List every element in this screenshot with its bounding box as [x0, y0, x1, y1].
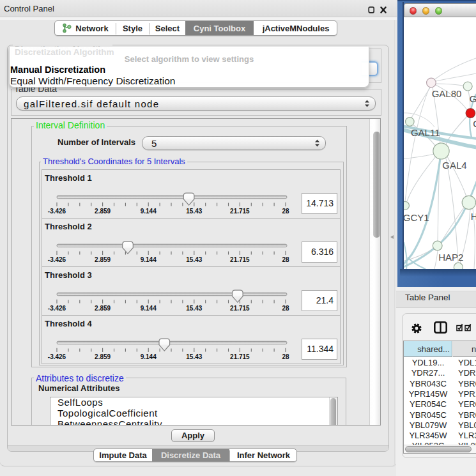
svg-text:GAL4: GAL4	[442, 160, 466, 171]
svg-text:-3.426: -3.426	[48, 353, 66, 360]
svg-text:2.859: 2.859	[95, 305, 111, 312]
svg-text:GAL11: GAL11	[411, 127, 440, 138]
svg-text:C...: C...	[473, 118, 476, 129]
svg-text:21.715: 21.715	[230, 353, 250, 360]
svg-text:2.859: 2.859	[95, 256, 111, 263]
svg-text:28: 28	[282, 256, 289, 263]
svg-text:15.43: 15.43	[186, 305, 202, 312]
svg-text:GAL80: GAL80	[432, 88, 462, 99]
svg-text:9.144: 9.144	[141, 353, 157, 360]
svg-text:-3.426: -3.426	[48, 256, 66, 263]
svg-text:H: H	[471, 211, 476, 222]
svg-text:9.144: 9.144	[141, 256, 157, 263]
svg-text:2.859: 2.859	[95, 208, 111, 215]
svg-text:21.715: 21.715	[230, 208, 250, 215]
svg-text:GA...: GA...	[470, 93, 476, 104]
svg-text:15.43: 15.43	[186, 208, 202, 215]
svg-text:28: 28	[282, 208, 289, 215]
svg-text:9.144: 9.144	[141, 305, 157, 312]
svg-text:15.43: 15.43	[186, 256, 202, 263]
svg-text:-3.426: -3.426	[48, 305, 66, 312]
svg-text:HAP2: HAP2	[438, 252, 463, 263]
svg-text:21.715: 21.715	[230, 305, 250, 312]
svg-text:GCY1: GCY1	[404, 212, 429, 223]
svg-text:9.144: 9.144	[141, 208, 157, 215]
svg-text:-3.426: -3.426	[48, 208, 66, 215]
svg-text:28: 28	[282, 305, 289, 312]
svg-text:28: 28	[282, 353, 289, 360]
svg-text:2.859: 2.859	[95, 353, 111, 360]
svg-text:21.715: 21.715	[230, 256, 250, 263]
svg-text:15.43: 15.43	[186, 353, 202, 360]
